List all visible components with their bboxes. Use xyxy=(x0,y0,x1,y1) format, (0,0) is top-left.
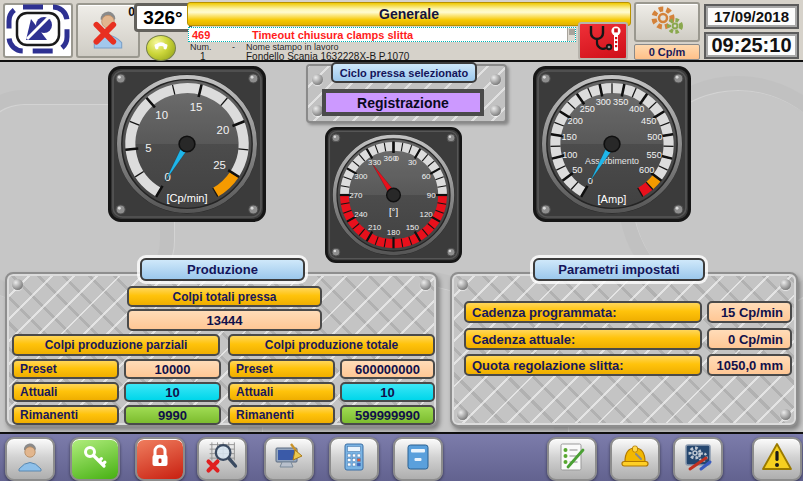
svg-text:240: 240 xyxy=(354,210,368,219)
lock-button[interactable] xyxy=(135,437,185,481)
settings-tools-icon xyxy=(681,441,715,477)
svg-text:25: 25 xyxy=(213,159,226,171)
svg-text:200: 200 xyxy=(568,116,583,126)
alarm-message: Timeout chiusura clamps slitta xyxy=(252,29,413,41)
svg-text:15: 15 xyxy=(190,101,203,113)
programmed-rate-label: Cadenza programmata: xyxy=(464,301,702,323)
svg-text:450: 450 xyxy=(641,116,656,126)
phone-button[interactable] xyxy=(146,35,176,61)
company-logo-icon xyxy=(6,4,70,58)
date-display: 17/09/2018 xyxy=(704,4,799,29)
press-speed-gauge: 0510152025[Cp/min] xyxy=(108,66,266,222)
screw xyxy=(780,279,791,290)
partial-preset-value[interactable]: 10000 xyxy=(124,359,221,379)
mold-data-row: 1 Fondello Scania 1632228X-B P.1070 xyxy=(188,51,576,62)
svg-text:180: 180 xyxy=(387,228,401,237)
svg-text:500: 500 xyxy=(647,132,662,142)
total-preset-label: Preset xyxy=(228,359,335,379)
archive-button[interactable] xyxy=(393,437,443,481)
hardhat-icon xyxy=(618,441,652,477)
press-angle-gauge: 0306090120150180210240270300330360[°] xyxy=(325,127,462,263)
search-alarms-button[interactable] xyxy=(197,437,247,481)
svg-text:120: 120 xyxy=(420,210,434,219)
total-strokes-label: Colpi totali pressa xyxy=(127,286,322,307)
archive-icon xyxy=(401,441,435,477)
current-rate-badge: 0 Cp/m xyxy=(634,44,700,60)
clean-screen-icon xyxy=(272,441,306,477)
active-alarm-banner[interactable]: 469 Timeout chiusura clamps slitta xyxy=(188,27,576,42)
screw xyxy=(312,74,323,85)
alarm-scrollbar[interactable] xyxy=(567,28,575,41)
top-bar: 0 326° Generale 469 Timeout chiusura cla… xyxy=(0,0,803,62)
svg-text:[Cp/min]: [Cp/min] xyxy=(166,192,207,204)
parameters-panel: Cadenza programmata: 15 Cp/min Cadenza a… xyxy=(450,272,798,427)
partial-remaining-value: 9990 xyxy=(124,405,221,425)
svg-text:30: 30 xyxy=(408,158,417,167)
svg-text:[°]: [°] xyxy=(389,206,398,217)
warning-triangle-icon xyxy=(760,441,794,477)
user-button[interactable] xyxy=(5,437,55,481)
svg-text:50: 50 xyxy=(572,165,582,175)
svg-text:330: 330 xyxy=(368,158,382,167)
slide-adjustment-label: Quota regolazione slitta: xyxy=(464,354,702,376)
screw xyxy=(490,74,501,85)
svg-text:250: 250 xyxy=(580,104,595,114)
settings-gears-button[interactable] xyxy=(634,2,700,42)
svg-text:5: 5 xyxy=(145,142,151,154)
page-title: Generale xyxy=(187,2,631,26)
recipe-list-button[interactable] xyxy=(547,437,597,481)
calculator-button[interactable] xyxy=(329,437,379,481)
press-angle-readout: 326° xyxy=(134,3,192,32)
total-production-header: Colpi produzione totale xyxy=(228,334,435,356)
machine-settings-button[interactable] xyxy=(673,437,723,481)
login-key-button[interactable] xyxy=(70,437,120,481)
slide-adjustment-value[interactable]: 1050,0 mm xyxy=(707,354,792,376)
gears-icon xyxy=(645,3,689,41)
total-actual-value: 10 xyxy=(340,382,435,402)
absorption-gauge: 050100150200250300350400450500550600Asso… xyxy=(533,66,691,222)
total-preset-value[interactable]: 600000000 xyxy=(340,359,435,379)
user-login-button[interactable]: 0 xyxy=(76,3,140,58)
user-icon xyxy=(13,441,47,477)
svg-text:60: 60 xyxy=(422,172,431,181)
mold-name: Fondello Scania 1632228X-B P.1070 xyxy=(246,51,409,62)
svg-text:350: 350 xyxy=(613,97,628,107)
svg-text:150: 150 xyxy=(561,132,576,142)
cycle-selected-label: Ciclo pressa selezionato xyxy=(331,62,477,83)
svg-text:300: 300 xyxy=(596,97,611,107)
maintenance-button[interactable] xyxy=(610,437,660,481)
diagnostics-icon xyxy=(582,23,624,59)
svg-text:10: 10 xyxy=(155,109,168,121)
svg-text:[Amp]: [Amp] xyxy=(598,193,627,205)
lock-icon xyxy=(143,441,177,477)
clean-screen-button[interactable] xyxy=(264,437,314,481)
total-strokes-value: 13444 xyxy=(127,309,322,331)
screw xyxy=(457,409,468,420)
alarms-warning-button[interactable] xyxy=(752,437,802,481)
svg-text:360: 360 xyxy=(384,154,398,163)
svg-text:150: 150 xyxy=(406,223,420,232)
registration-cycle-button[interactable]: Registrazione xyxy=(322,89,484,116)
production-tab: Produzione xyxy=(140,258,305,281)
alarm-code: 469 xyxy=(192,29,252,41)
production-panel: Colpi totali pressa 13444 Colpi produzio… xyxy=(5,272,438,427)
checklist-icon xyxy=(555,441,589,477)
programmed-rate-value[interactable]: 15 Cp/min xyxy=(707,301,792,323)
screw xyxy=(12,279,23,290)
time-display: 09:25:10 xyxy=(704,32,799,59)
diagnostics-button[interactable] xyxy=(578,22,628,60)
total-remaining-value: 599999990 xyxy=(340,405,435,425)
svg-text:90: 90 xyxy=(427,191,436,200)
partial-remaining-label: Rimanenti xyxy=(12,405,119,425)
svg-text:400: 400 xyxy=(629,104,644,114)
main-area: 0510152025[Cp/min] 030609012015018021024… xyxy=(0,62,803,432)
company-logo-button[interactable] xyxy=(3,3,73,58)
svg-text:Assorbimento: Assorbimento xyxy=(585,156,639,166)
partial-preset-label: Preset xyxy=(12,359,119,379)
screw xyxy=(780,409,791,420)
partial-actual-value: 10 xyxy=(124,382,221,402)
bottom-toolbar xyxy=(0,432,803,481)
screw xyxy=(490,105,501,116)
actual-rate-label: Cadenza attuale: xyxy=(464,328,702,350)
calculator-icon xyxy=(337,441,371,477)
